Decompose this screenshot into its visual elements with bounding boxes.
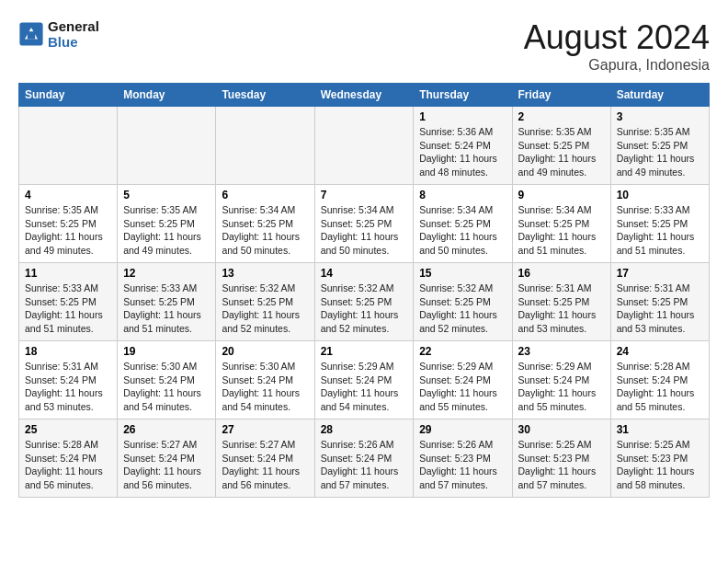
day-info: Sunrise: 5:32 AM Sunset: 5:25 PM Dayligh… <box>321 282 408 336</box>
column-header-wednesday: Wednesday <box>314 84 414 107</box>
day-info: Sunrise: 5:25 AM Sunset: 5:23 PM Dayligh… <box>617 438 703 492</box>
day-info: Sunrise: 5:27 AM Sunset: 5:24 PM Dayligh… <box>123 438 210 492</box>
calendar-header-row: SundayMondayTuesdayWednesdayThursdayFrid… <box>19 84 710 107</box>
day-info: Sunrise: 5:36 AM Sunset: 5:24 PM Dayligh… <box>419 125 506 179</box>
calendar-week-row: 25Sunrise: 5:28 AM Sunset: 5:24 PM Dayli… <box>19 419 710 498</box>
day-number: 25 <box>25 423 111 436</box>
month-title: August 2024 <box>524 18 710 57</box>
day-number: 30 <box>518 423 605 436</box>
calendar-cell: 13Sunrise: 5:32 AM Sunset: 5:25 PM Dayli… <box>216 263 314 341</box>
calendar-cell: 17Sunrise: 5:31 AM Sunset: 5:25 PM Dayli… <box>610 263 709 341</box>
calendar-cell: 19Sunrise: 5:30 AM Sunset: 5:24 PM Dayli… <box>118 341 216 419</box>
day-info: Sunrise: 5:30 AM Sunset: 5:24 PM Dayligh… <box>123 360 210 414</box>
calendar-cell <box>19 107 118 185</box>
column-header-thursday: Thursday <box>414 84 512 107</box>
day-number: 7 <box>321 189 408 201</box>
calendar-cell: 14Sunrise: 5:32 AM Sunset: 5:25 PM Dayli… <box>314 263 414 341</box>
day-info: Sunrise: 5:33 AM Sunset: 5:25 PM Dayligh… <box>617 203 703 258</box>
day-number: 6 <box>222 189 308 201</box>
calendar-week-row: 18Sunrise: 5:31 AM Sunset: 5:24 PM Dayli… <box>19 341 710 419</box>
calendar-cell: 25Sunrise: 5:28 AM Sunset: 5:24 PM Dayli… <box>19 419 118 498</box>
svg-rect-2 <box>28 31 35 39</box>
calendar-cell: 15Sunrise: 5:32 AM Sunset: 5:25 PM Dayli… <box>414 263 512 341</box>
day-info: Sunrise: 5:34 AM Sunset: 5:25 PM Dayligh… <box>222 203 308 258</box>
calendar-cell: 3Sunrise: 5:35 AM Sunset: 5:25 PM Daylig… <box>610 107 709 185</box>
day-number: 3 <box>617 110 703 123</box>
day-number: 22 <box>419 345 506 358</box>
day-info: Sunrise: 5:34 AM Sunset: 5:25 PM Dayligh… <box>419 203 506 258</box>
day-number: 19 <box>123 345 210 358</box>
title-block: August 2024 Gapura, Indonesia <box>524 18 710 74</box>
day-info: Sunrise: 5:34 AM Sunset: 5:25 PM Dayligh… <box>321 203 408 258</box>
day-number: 28 <box>321 423 408 436</box>
day-number: 10 <box>617 189 703 201</box>
calendar-cell: 7Sunrise: 5:34 AM Sunset: 5:25 PM Daylig… <box>314 185 414 263</box>
calendar-cell: 28Sunrise: 5:26 AM Sunset: 5:24 PM Dayli… <box>314 419 414 498</box>
day-info: Sunrise: 5:25 AM Sunset: 5:23 PM Dayligh… <box>518 438 605 492</box>
page-header: General Blue August 2024 Gapura, Indones… <box>18 18 710 74</box>
day-info: Sunrise: 5:29 AM Sunset: 5:24 PM Dayligh… <box>321 360 408 414</box>
calendar-week-row: 4Sunrise: 5:35 AM Sunset: 5:25 PM Daylig… <box>19 185 710 263</box>
calendar-cell: 23Sunrise: 5:29 AM Sunset: 5:24 PM Dayli… <box>512 341 610 419</box>
day-info: Sunrise: 5:35 AM Sunset: 5:25 PM Dayligh… <box>25 203 111 258</box>
location: Gapura, Indonesia <box>524 57 710 74</box>
calendar-cell: 9Sunrise: 5:34 AM Sunset: 5:25 PM Daylig… <box>512 185 610 263</box>
column-header-saturday: Saturday <box>610 84 709 107</box>
calendar-cell: 20Sunrise: 5:30 AM Sunset: 5:24 PM Dayli… <box>216 341 314 419</box>
day-number: 8 <box>419 189 506 201</box>
calendar-cell: 16Sunrise: 5:31 AM Sunset: 5:25 PM Dayli… <box>512 263 610 341</box>
calendar-cell <box>314 107 414 185</box>
calendar-week-row: 1Sunrise: 5:36 AM Sunset: 5:24 PM Daylig… <box>19 107 710 185</box>
day-number: 1 <box>419 110 506 123</box>
day-number: 26 <box>123 423 210 436</box>
logo: General Blue <box>18 18 99 50</box>
day-number: 18 <box>25 345 111 358</box>
calendar-cell: 21Sunrise: 5:29 AM Sunset: 5:24 PM Dayli… <box>314 341 414 419</box>
column-header-friday: Friday <box>512 84 610 107</box>
day-number: 20 <box>222 345 308 358</box>
day-number: 16 <box>518 267 605 280</box>
day-number: 31 <box>617 423 703 436</box>
calendar-cell: 5Sunrise: 5:35 AM Sunset: 5:25 PM Daylig… <box>118 185 216 263</box>
day-info: Sunrise: 5:31 AM Sunset: 5:25 PM Dayligh… <box>518 282 605 336</box>
calendar-cell: 1Sunrise: 5:36 AM Sunset: 5:24 PM Daylig… <box>414 107 512 185</box>
logo-icon <box>18 21 44 47</box>
calendar-cell: 18Sunrise: 5:31 AM Sunset: 5:24 PM Dayli… <box>19 341 118 419</box>
calendar-cell: 6Sunrise: 5:34 AM Sunset: 5:25 PM Daylig… <box>216 185 314 263</box>
column-header-tuesday: Tuesday <box>216 84 314 107</box>
column-header-monday: Monday <box>118 84 216 107</box>
day-info: Sunrise: 5:31 AM Sunset: 5:24 PM Dayligh… <box>25 360 111 414</box>
day-number: 11 <box>25 267 111 280</box>
day-number: 17 <box>617 267 703 280</box>
day-info: Sunrise: 5:33 AM Sunset: 5:25 PM Dayligh… <box>25 282 111 336</box>
calendar-cell: 10Sunrise: 5:33 AM Sunset: 5:25 PM Dayli… <box>610 185 709 263</box>
day-number: 15 <box>419 267 506 280</box>
day-info: Sunrise: 5:35 AM Sunset: 5:25 PM Dayligh… <box>518 125 605 179</box>
day-number: 24 <box>617 345 703 358</box>
day-info: Sunrise: 5:29 AM Sunset: 5:24 PM Dayligh… <box>419 360 506 414</box>
calendar-cell: 30Sunrise: 5:25 AM Sunset: 5:23 PM Dayli… <box>512 419 610 498</box>
day-info: Sunrise: 5:28 AM Sunset: 5:24 PM Dayligh… <box>617 360 703 414</box>
day-number: 29 <box>419 423 506 436</box>
calendar-cell: 11Sunrise: 5:33 AM Sunset: 5:25 PM Dayli… <box>19 263 118 341</box>
calendar-cell: 26Sunrise: 5:27 AM Sunset: 5:24 PM Dayli… <box>118 419 216 498</box>
day-info: Sunrise: 5:30 AM Sunset: 5:24 PM Dayligh… <box>222 360 308 414</box>
day-info: Sunrise: 5:31 AM Sunset: 5:25 PM Dayligh… <box>617 282 703 336</box>
day-info: Sunrise: 5:35 AM Sunset: 5:25 PM Dayligh… <box>123 203 210 258</box>
day-info: Sunrise: 5:32 AM Sunset: 5:25 PM Dayligh… <box>419 282 506 336</box>
day-info: Sunrise: 5:29 AM Sunset: 5:24 PM Dayligh… <box>518 360 605 414</box>
calendar-week-row: 11Sunrise: 5:33 AM Sunset: 5:25 PM Dayli… <box>19 263 710 341</box>
calendar-cell: 31Sunrise: 5:25 AM Sunset: 5:23 PM Dayli… <box>610 419 709 498</box>
day-number: 27 <box>222 423 308 436</box>
day-number: 2 <box>518 110 605 123</box>
day-number: 23 <box>518 345 605 358</box>
calendar-cell: 29Sunrise: 5:26 AM Sunset: 5:23 PM Dayli… <box>414 419 512 498</box>
day-info: Sunrise: 5:27 AM Sunset: 5:24 PM Dayligh… <box>222 438 308 492</box>
day-number: 9 <box>518 189 605 201</box>
calendar-cell <box>118 107 216 185</box>
calendar-table: SundayMondayTuesdayWednesdayThursdayFrid… <box>18 83 710 498</box>
day-number: 12 <box>123 267 210 280</box>
logo-text: General Blue <box>48 18 99 50</box>
day-info: Sunrise: 5:26 AM Sunset: 5:24 PM Dayligh… <box>321 438 408 492</box>
day-info: Sunrise: 5:28 AM Sunset: 5:24 PM Dayligh… <box>25 438 111 492</box>
